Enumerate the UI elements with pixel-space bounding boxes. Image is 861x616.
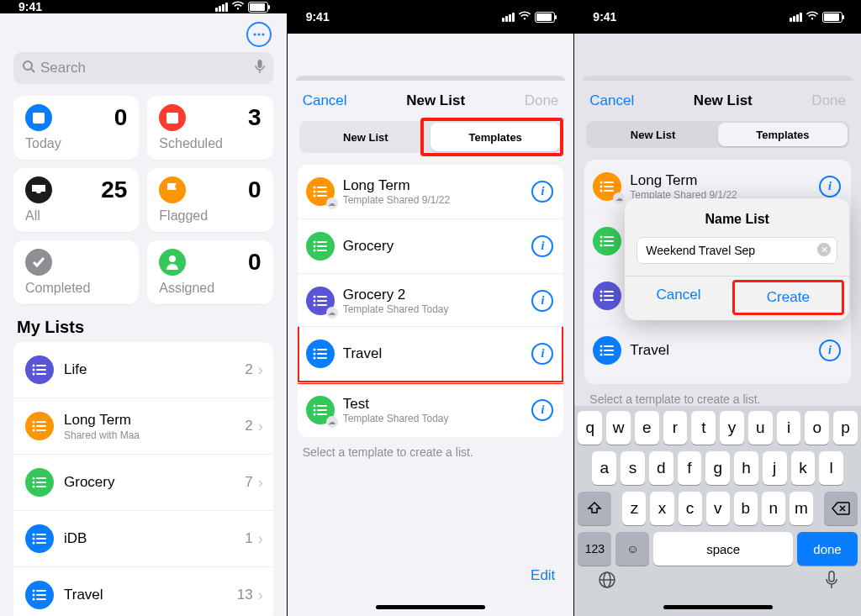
key-w[interactable]: w [606,411,631,445]
svg-rect-40 [36,598,46,600]
list-row[interactable]: iDB1› [13,510,273,566]
svg-point-41 [313,187,315,189]
status-bar: 9:41 [288,0,574,34]
svg-point-15 [33,373,35,376]
key-k[interactable]: k [791,451,816,485]
key-d[interactable]: d [649,451,673,485]
mic-icon[interactable] [255,59,265,77]
template-row[interactable]: ☁Long TermTemplate Shared 9/1/22i [298,165,564,218]
backspace-key[interactable] [824,492,858,525]
svg-point-21 [33,429,35,432]
list-row[interactable]: Life2› [13,342,273,398]
numbers-key[interactable]: 123 [578,532,611,566]
svg-rect-68 [317,409,327,411]
svg-point-13 [33,369,35,371]
key-x[interactable]: x [650,492,673,525]
smart-assigned[interactable]: 0Assigned [147,240,272,304]
svg-point-0 [253,33,256,35]
smart-flagged[interactable]: 0Flagged [147,168,272,232]
dialog-create-button[interactable]: Create [732,280,844,315]
list-row[interactable]: Grocery7› [13,454,273,510]
template-row[interactable]: Groceryi [298,218,564,273]
key-l[interactable]: l [819,451,843,485]
svg-rect-44 [317,191,327,192]
key-o[interactable]: o [805,411,829,445]
list-row[interactable]: Long TermShared with Maa2› [13,398,273,454]
seg-templates[interactable]: Templates [430,123,560,151]
svg-point-65 [313,405,315,408]
key-f[interactable]: f [678,451,702,485]
seg-new-list[interactable]: New List [301,123,430,151]
key-j[interactable]: j [763,451,787,485]
svg-point-27 [33,486,35,488]
smart-completed[interactable]: Completed [13,240,139,304]
list-icon [25,524,54,553]
info-icon[interactable]: i [531,181,553,203]
key-y[interactable]: y [720,411,744,445]
key-n[interactable]: n [762,492,785,525]
key-c[interactable]: c [679,492,702,525]
key-h[interactable]: h [734,451,758,485]
more-button[interactable] [246,22,272,47]
svg-point-45 [313,195,315,197]
key-s[interactable]: s [621,451,645,485]
label: Scheduled [159,136,261,151]
key-p[interactable]: p [833,411,858,445]
list-name-input[interactable] [637,237,837,264]
svg-rect-56 [317,300,327,302]
key-g[interactable]: g [705,451,730,485]
key-b[interactable]: b [734,492,758,525]
smart-today[interactable]: 0Today [13,96,139,160]
key-e[interactable]: e [635,411,659,445]
smart-scheduled[interactable]: 3Scheduled [147,96,272,160]
label: Completed [25,281,127,296]
key-u[interactable]: u [748,411,773,445]
template-row[interactable]: ☁TestTemplate Shared Todayi [298,382,564,437]
key-a[interactable]: a [592,451,616,485]
modal-title: New List [406,92,465,109]
info-icon[interactable]: i [531,235,553,257]
done-button[interactable]: Done [525,92,559,109]
emoji-key[interactable]: ☺ [615,532,649,566]
shift-key[interactable] [578,492,611,525]
template-row[interactable]: ☁Grocery 2Template Shared Todayi [298,273,564,328]
space-key[interactable]: space [653,532,793,566]
dialog-cancel-button[interactable]: Cancel [625,276,732,320]
key-t[interactable]: t [691,411,716,445]
hint-text: Select a template to create a list. [288,437,574,467]
count: 0 [248,249,261,276]
list-icon [25,412,54,440]
key-i[interactable]: i [777,411,801,445]
list-row[interactable]: Travel13› [13,566,273,616]
list-name: Travel [64,587,237,603]
svg-point-37 [33,594,35,597]
edit-button[interactable]: Edit [512,567,573,592]
info-icon[interactable]: i [531,399,553,421]
info-icon[interactable]: i [531,290,553,312]
key-v[interactable]: v [706,492,730,525]
svg-point-69 [313,413,315,416]
key-r[interactable]: r [663,411,688,445]
label: Assigned [159,281,261,296]
cancel-button[interactable]: Cancel [303,92,347,109]
keyboard-done-key[interactable]: done [797,532,858,566]
key-q[interactable]: q [578,411,602,445]
globe-icon[interactable] [598,571,616,594]
key-z[interactable]: z [622,492,646,525]
clear-icon[interactable]: ✕ [817,243,831,256]
template-name: Test [343,396,532,413]
template-row[interactable]: Traveli [298,326,564,384]
svg-rect-32 [36,538,46,540]
key-m[interactable]: m [790,492,813,525]
svg-point-25 [33,482,35,484]
info-icon[interactable]: i [531,343,553,365]
new-list-modal: Cancel New List Done New List Templates … [288,81,574,616]
search-input[interactable]: Search [13,52,273,84]
wifi-icon [806,10,819,24]
svg-rect-50 [317,245,327,247]
keyboard[interactable]: qwertyuiop asdfghjkl zxcvbnm 123 ☺ space… [574,406,861,616]
svg-point-31 [33,538,35,540]
shared-badge-icon: ☁ [326,197,338,209]
smart-all[interactable]: 25All [13,168,139,232]
dictation-icon[interactable] [826,571,837,594]
